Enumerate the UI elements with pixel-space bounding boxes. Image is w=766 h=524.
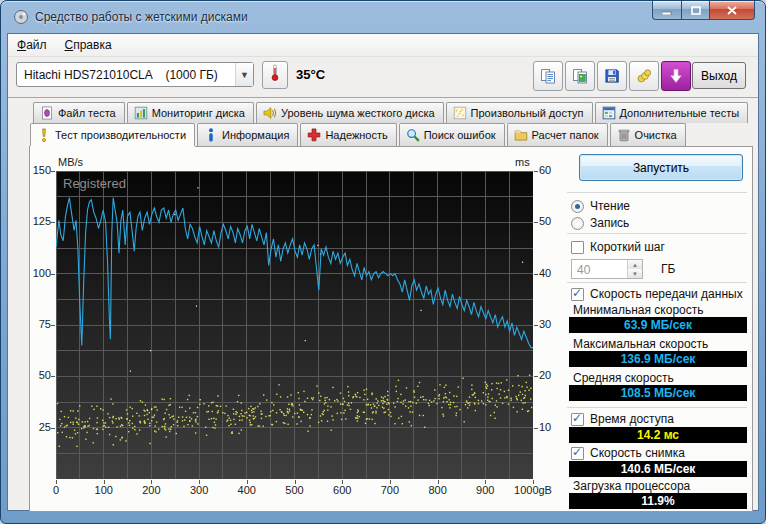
y-axis-tick-left: 125 xyxy=(11,215,51,227)
tab-disk-monitor[interactable]: Мониторинг диска xyxy=(127,102,254,123)
avg-speed-value: 108.5 МБ/сек xyxy=(569,385,747,401)
tab-folder-usage[interactable]: Расчет папок xyxy=(507,123,608,146)
y-axis-tick-left: 150 xyxy=(11,164,51,176)
stepper-down-icon[interactable]: ▼ xyxy=(628,269,642,278)
short-stroke-stepper[interactable]: 40 ▲▼ xyxy=(571,259,643,279)
toolbar: Hitachi HDS721010CLA (1000 ГБ) ▼ 35°C Вы… xyxy=(8,58,758,98)
close-button[interactable] xyxy=(710,1,755,20)
tick-mark xyxy=(485,480,486,484)
left-axis-unit: MB/s xyxy=(58,156,83,168)
checkbox-checked-icon xyxy=(571,447,584,460)
tab-error-scan[interactable]: Поиск ошибок xyxy=(399,123,505,146)
checkbox-unchecked-icon xyxy=(571,241,584,254)
tick-mark xyxy=(151,480,152,484)
tick-mark xyxy=(247,480,248,484)
save-button[interactable] xyxy=(597,61,627,91)
update-button[interactable] xyxy=(661,61,691,91)
drive-selector[interactable]: Hitachi HDS721010CLA (1000 ГБ) ▼ xyxy=(16,62,254,87)
tab-label: Поиск ошибок xyxy=(424,129,496,141)
menu-bar: ФайлСправка xyxy=(8,34,758,57)
health-icon xyxy=(307,128,321,142)
menu-help[interactable]: Справка xyxy=(56,34,121,52)
tick-mark xyxy=(342,480,343,484)
noise-level-icon xyxy=(263,106,277,120)
tab-file-test[interactable]: Файл теста xyxy=(33,102,125,123)
right-axis-unit: ms xyxy=(515,156,530,168)
stepper-up-icon[interactable]: ▲ xyxy=(628,260,642,269)
short-stroke-value: 40 xyxy=(572,260,627,278)
tab-info[interactable]: Информация xyxy=(197,123,298,146)
cpu-usage-value: 11.9% xyxy=(569,493,747,509)
x-axis-tick: 600 xyxy=(333,484,351,496)
tick-mark xyxy=(56,480,57,484)
title-bar[interactable]: Средство работы с жетскими дисками xyxy=(1,1,765,33)
file-test-icon xyxy=(40,106,54,120)
copy-image-icon xyxy=(572,68,588,84)
write-radio[interactable]: Запись xyxy=(571,216,629,230)
burst-rate-checkbox[interactable]: Скорость снимка xyxy=(571,446,685,460)
tab-health[interactable]: Надежность xyxy=(300,123,396,146)
tab-random-access[interactable]: Произвольный доступ xyxy=(446,102,593,123)
tick-mark xyxy=(534,428,538,429)
x-axis-tick: 0 xyxy=(53,484,59,496)
tab-benchmark[interactable]: Тест производительности xyxy=(30,123,195,146)
tab-label: Уровень шума жесткого диска xyxy=(281,107,435,119)
erase-icon xyxy=(617,128,631,142)
y-axis-tick-right: 30 xyxy=(539,318,569,330)
tick-mark xyxy=(104,480,105,484)
maximize-button[interactable] xyxy=(682,1,710,20)
update-icon xyxy=(668,68,684,84)
temperature-value: 35°C xyxy=(296,67,325,82)
tick-mark xyxy=(199,480,200,484)
tab-label: Произвольный доступ xyxy=(471,107,584,119)
thermometer-icon xyxy=(267,64,283,86)
tick-mark xyxy=(51,325,55,326)
tab-label: Мониторинг диска xyxy=(152,107,245,119)
error-scan-icon xyxy=(406,128,420,142)
x-axis-tick: 200 xyxy=(142,484,160,496)
benchmark-icon xyxy=(37,128,51,142)
benchmark-chart xyxy=(56,171,533,479)
short-stroke-checkbox[interactable]: Короткий шаг xyxy=(571,240,665,254)
tick-mark xyxy=(534,376,538,377)
tab-label: Дополнительные тесты xyxy=(620,107,740,119)
temperature-button[interactable] xyxy=(262,61,288,89)
minimize-button[interactable] xyxy=(652,1,682,20)
y-axis-tick-right: 20 xyxy=(539,369,569,381)
tick-mark xyxy=(438,480,439,484)
divider xyxy=(567,192,747,193)
x-axis-tick: 900 xyxy=(476,484,494,496)
tab-noise-level[interactable]: Уровень шума жесткого диска xyxy=(256,102,444,123)
y-axis-tick-right: 40 xyxy=(539,267,569,279)
tab-label: Информация xyxy=(222,129,289,141)
tab-label: Файл теста xyxy=(58,107,116,119)
checkbox-checked-icon xyxy=(571,413,584,426)
donate-button[interactable] xyxy=(629,61,659,91)
transfer-rate-checkbox[interactable]: Скорость передачи данных xyxy=(571,287,743,301)
tab-erase[interactable]: Очистка xyxy=(610,123,686,146)
tick-mark xyxy=(534,171,538,172)
access-time-checkbox[interactable]: Время доступа xyxy=(571,412,674,426)
copy-text-button[interactable] xyxy=(533,61,563,91)
chevron-down-icon: ▼ xyxy=(235,63,253,86)
y-axis-tick-right: 50 xyxy=(539,215,569,227)
copy-text-icon xyxy=(540,68,556,84)
tab-label: Очистка xyxy=(635,129,677,141)
tick-mark xyxy=(390,480,391,484)
tab-extra-tests[interactable]: Дополнительные тесты xyxy=(595,102,749,123)
y-axis-tick-left: 75 xyxy=(11,318,51,330)
exit-button[interactable]: Выход xyxy=(692,62,746,89)
stepper-arrows[interactable]: ▲▼ xyxy=(627,260,642,278)
info-icon xyxy=(204,128,218,142)
y-axis-tick-left: 25 xyxy=(11,421,51,433)
start-button[interactable]: Запустить xyxy=(579,154,743,181)
min-speed-label: Минимальная скорость xyxy=(573,303,704,317)
copy-image-button[interactable] xyxy=(565,61,595,91)
tick-mark xyxy=(534,222,538,223)
tick-mark xyxy=(533,480,534,484)
random-access-icon xyxy=(453,106,467,120)
menu-file[interactable]: Файл xyxy=(8,34,56,52)
read-radio[interactable]: Чтение xyxy=(571,199,630,213)
x-axis-tick: 300 xyxy=(190,484,208,496)
divider xyxy=(567,282,747,283)
